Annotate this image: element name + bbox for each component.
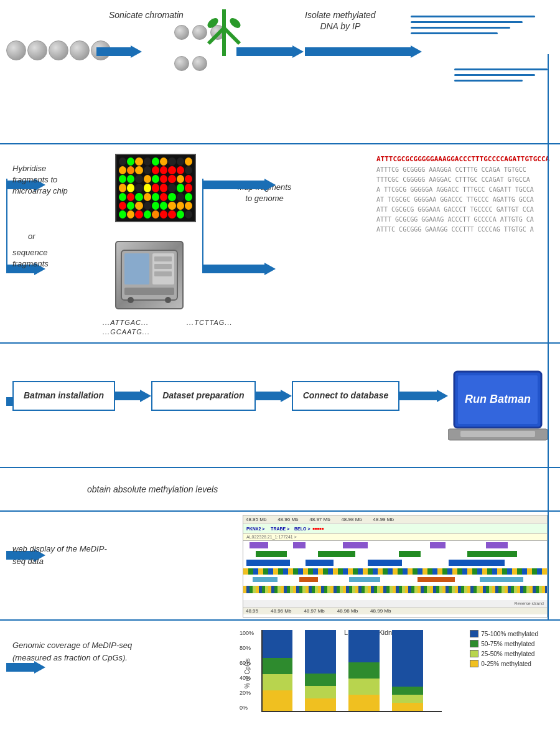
y-tick: 60% [240, 660, 254, 666]
sequence-label: sequencefragments [12, 247, 49, 270]
arrow-body [236, 47, 292, 56]
track-purple-5 [486, 542, 508, 548]
microarray-dot [152, 157, 159, 166]
microarray-dot [127, 175, 134, 183]
arrow-to-ip [236, 45, 304, 58]
microarray-dot [185, 166, 192, 174]
microarray-dot [144, 202, 151, 210]
reverse-strand-label: Reverse strand [243, 600, 547, 607]
svg-line-2 [224, 28, 240, 44]
arrow-body [305, 47, 411, 56]
track-orange-1 [299, 577, 318, 582]
microarray-dot [119, 175, 126, 183]
arrow-head [437, 390, 448, 402]
legend-color-yellow [470, 660, 478, 667]
microarray-dot [160, 193, 167, 201]
bar-lung [305, 630, 336, 711]
connect-to-database-box: Connect to database [292, 381, 400, 411]
arrow-head [264, 179, 276, 191]
microarray-dot [119, 202, 126, 210]
microarray-dot [185, 193, 192, 201]
microarray-dot [144, 175, 151, 183]
legend-label: 50-75% methylated [481, 641, 534, 647]
vert-connector-right [548, 144, 549, 344]
legend-label: 25-50% methylated [481, 651, 534, 657]
genome-text-panel: ATTTCGCGCGGGGGAAAGGACCCTTTGCCCCAGATTGTGC… [376, 154, 551, 235]
microarray-dot [152, 184, 159, 192]
microarray-dot [168, 202, 175, 210]
track-blue-3 [368, 560, 402, 566]
section-hybridise: Hybridisefragments tomicroarray chip or … [0, 143, 560, 342]
arrow-head [264, 263, 276, 275]
track-bottom [243, 586, 547, 593]
vert-connector-right-s4 [548, 468, 549, 512]
legend-color-blue [470, 630, 478, 637]
bar-seg-yellow [261, 690, 292, 711]
arrow-body [202, 181, 264, 189]
browser-caption: There are currently 134 tracks switched … [243, 614, 547, 618]
vert-connector-left [6, 179, 7, 272]
microarray-dot [119, 210, 126, 218]
legend-item-lightgreen: 25-50% methylated [470, 650, 538, 657]
arrow-head [131, 45, 142, 58]
svg-rect-9 [124, 288, 174, 295]
microarray-dot [135, 157, 142, 166]
wf-arrow-1 [115, 390, 151, 402]
bead-small [174, 25, 189, 40]
svg-rect-7 [124, 253, 149, 284]
y-tick-labels: 100% 80% 60% 40% 20% 0% [240, 630, 254, 711]
microarray-dot [135, 202, 142, 210]
microarray-dot [144, 193, 151, 201]
run-batman-box: Run Batman [448, 369, 548, 443]
microarray-dot [127, 193, 134, 201]
arrow-head [411, 45, 422, 58]
vert-connector-map [202, 179, 203, 272]
bar-seg-yellow [305, 698, 336, 711]
legend-color-green [470, 640, 478, 647]
web-display-label: web display of the MeDIP-seq data [12, 543, 118, 567]
arrow-head [292, 45, 304, 58]
microarray-dot [135, 184, 142, 192]
microarray-dot [168, 166, 175, 174]
bead-small [174, 56, 189, 71]
y-axis-line [261, 630, 263, 711]
microarray-dot [185, 157, 192, 166]
bead [27, 40, 47, 60]
track-green-3 [399, 551, 421, 557]
microarray-dot [168, 193, 175, 201]
microarray-dot [160, 157, 167, 166]
chart-area: % of CpGs 100% 80% 60% 40% 20% 0% [236, 627, 541, 742]
bar-seg-yellow [348, 695, 380, 711]
legend-item-green: 50-75% methylated [470, 640, 538, 647]
coverage-label: Genomic coverage of MeDIP-seq(measured a… [12, 639, 137, 664]
data-tracks [243, 541, 547, 600]
laptop-svg: Run Batman [448, 369, 548, 443]
arrow-body [6, 663, 34, 672]
microarray-dot [135, 166, 142, 174]
batman-installation-box: Batman installation [12, 381, 115, 411]
arrow-body [399, 392, 437, 400]
microarray-dot [127, 184, 134, 192]
arrow-to-genome [202, 179, 276, 191]
svg-point-14 [165, 297, 171, 303]
track-blue-2 [306, 560, 334, 566]
microarray-dot [185, 210, 192, 218]
microarray-dot [152, 166, 159, 174]
seq-text-2: ...GCAATG... [103, 328, 150, 336]
bar-brain [261, 630, 292, 711]
chromatin-beads [6, 40, 111, 60]
hybridise-label: Hybridisefragments tomicroarray chip [12, 163, 87, 197]
dna-line [411, 32, 498, 34]
vert-connector-right-s3 [548, 344, 549, 468]
microarray-dot [168, 210, 175, 218]
arrow-head [140, 390, 151, 402]
legend-item-yellow: 0-25% methylated [470, 660, 538, 667]
genome-first-line: ATTTCGCGCGGGGGAAAGGACCCTTTGCCCCAGATTGTGC… [376, 154, 551, 165]
legend-color-lightgreen [470, 650, 478, 657]
microarray-dot [160, 184, 167, 192]
track-purple-2 [293, 542, 306, 548]
genome-line: TTTCGC CGGGGG AAGGAC CTTTGC CCAGAT GTGCC… [376, 175, 551, 185]
bar-chart-bars [261, 630, 423, 711]
microarray-dot [168, 184, 175, 192]
track-cyan-2 [349, 577, 380, 582]
